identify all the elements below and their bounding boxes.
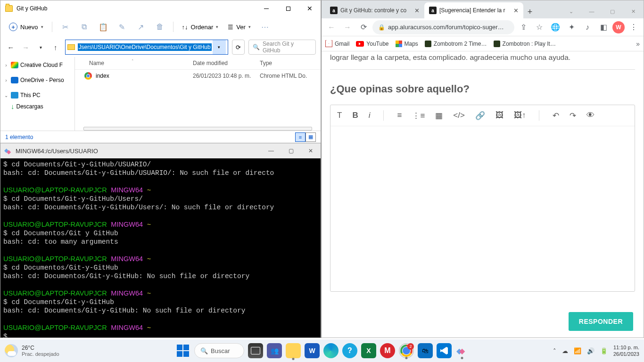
profile-avatar[interactable]: W — [612, 21, 625, 33]
nav-back-button[interactable]: ← — [5, 41, 17, 54]
terminal-titlebar[interactable]: MINGW64:/c/Users/USUARIO — ▢ ✕ — [0, 143, 321, 158]
terminal-body[interactable]: $ cd Documents/Git-y-GitHub/USUARIO/ bas… — [0, 158, 321, 337]
close-button[interactable]: ✕ — [301, 143, 321, 158]
column-headers[interactable]: Name˄ Date modified Type — [75, 57, 321, 70]
file-explorer-app[interactable] — [286, 343, 301, 358]
rename-button[interactable]: ✎ — [114, 19, 131, 34]
editor-textarea[interactable] — [330, 126, 635, 291]
minimize-button[interactable]: — — [581, 4, 602, 18]
bookmarks-overflow-button[interactable]: » — [636, 40, 640, 48]
excel-app[interactable] — [361, 343, 376, 358]
details-view-button[interactable]: ≡ — [295, 132, 305, 142]
view-button[interactable]: ☰ Ver ▾ — [224, 22, 255, 33]
text-style-button[interactable]: T — [337, 111, 342, 120]
battery-icon[interactable]: 🔋 — [600, 347, 608, 354]
clock[interactable]: 11:10 p. m. 26/01/2023 — [613, 344, 639, 357]
vscode-app[interactable] — [437, 343, 452, 358]
tiles-view-button[interactable]: ▦ — [305, 132, 316, 142]
extensions-button[interactable]: ✦ — [564, 20, 578, 34]
redo-button[interactable]: ↷ — [570, 111, 576, 121]
nav-back-button[interactable]: ← — [324, 20, 339, 34]
nav-history-button[interactable]: ▾ — [35, 41, 46, 54]
undo-button[interactable]: ↶ — [553, 111, 559, 121]
preview-button[interactable]: 👁 — [586, 111, 594, 120]
link-button[interactable]: 🔗 — [475, 111, 485, 121]
new-tab-button[interactable]: + — [523, 5, 537, 18]
col-type[interactable]: Type — [260, 60, 321, 66]
close-button[interactable]: ✕ — [299, 0, 321, 16]
wifi-icon[interactable]: 📶 — [574, 347, 581, 354]
chat-button[interactable] — [267, 343, 282, 358]
code-button[interactable]: </> — [453, 111, 465, 120]
menu-button[interactable]: ⋮ — [627, 20, 641, 34]
tree-item-downloads[interactable]: ↓Descargas — [0, 100, 74, 112]
side-panel-button[interactable]: ◧ — [596, 20, 611, 34]
maximize-button[interactable] — [277, 0, 299, 16]
bookmark-gmail[interactable]: Gmail — [325, 40, 349, 47]
bullet-list-button[interactable]: ≡ — [397, 111, 402, 120]
taskbar-search[interactable]: 🔍Buscar — [194, 343, 244, 358]
bookmark-maps[interactable]: Maps — [396, 41, 418, 47]
bookmark-youtube[interactable]: YouTube — [356, 41, 388, 47]
table-button[interactable]: ▦ — [435, 111, 443, 121]
browser-tab[interactable]: a Git y GitHub: controle y co ✕ — [325, 2, 424, 18]
file-row[interactable]: index 26/01/2023 10:48 p. m. Chrome HTML… — [75, 70, 321, 82]
tab-search-button[interactable]: ⌄ — [561, 4, 581, 18]
explorer-titlebar[interactable]: Git y GitHub ✕ — [0, 0, 321, 16]
respond-button[interactable]: RESPONDER — [569, 312, 633, 331]
weather-widget[interactable]: 26°C Prac. despejado — [5, 344, 59, 357]
tree-item-creative-cloud[interactable]: ›Creative Cloud F — [0, 60, 74, 70]
nav-forward-button[interactable]: → — [340, 20, 355, 34]
maximize-button[interactable]: ▢ — [602, 4, 623, 18]
close-button[interactable]: ✕ — [623, 4, 644, 18]
minimize-button[interactable]: — — [261, 143, 281, 158]
image-button[interactable]: 🖼 — [495, 111, 504, 120]
paste-button[interactable]: 📋 — [95, 19, 112, 34]
new-button[interactable]: + Nuevo ▾ — [5, 21, 47, 33]
nav-up-button[interactable]: ↑ — [50, 41, 61, 54]
browser-tab-active[interactable]: a [Sugerencia] Entender la r ✕ — [424, 2, 523, 18]
share-button[interactable]: ↗ — [132, 19, 149, 34]
tab-close-button[interactable]: ✕ — [414, 7, 420, 14]
upload-image-button[interactable]: 🖼↑ — [514, 111, 526, 120]
italic-button[interactable]: i — [369, 111, 371, 120]
git-bash-app[interactable] — [455, 344, 469, 357]
onedrive-tray-icon[interactable]: ☁ — [562, 347, 568, 354]
refresh-button[interactable]: ⟳ — [232, 40, 245, 55]
reload-button[interactable]: ⟳ — [356, 20, 371, 34]
tree-item-this-pc[interactable]: ⌄This PC — [0, 90, 74, 100]
horizontal-scrollbar[interactable] — [83, 127, 312, 131]
task-view-button[interactable] — [248, 343, 263, 358]
minimize-button[interactable] — [256, 0, 277, 16]
sort-button[interactable]: ↑↓ Ordenar ▾ — [178, 22, 223, 33]
tree-item-onedrive[interactable]: ›OneDrive - Perso — [0, 75, 74, 85]
bookmark-button[interactable]: ☆ — [532, 20, 546, 34]
col-date[interactable]: Date modified — [193, 60, 260, 66]
more-button[interactable]: ⋯ — [256, 19, 273, 34]
mega-app[interactable] — [380, 343, 395, 358]
cut-button[interactable]: ✂ — [57, 19, 74, 34]
maximize-button[interactable]: ▢ — [281, 143, 301, 158]
store-app[interactable] — [418, 343, 433, 358]
search-input[interactable]: 🔍 Search Git y GitHub — [248, 40, 316, 55]
bookmark-zombotrom[interactable]: Zombotrom 2 Time… — [425, 41, 487, 47]
url-bar[interactable]: 🔒 app.aluracursos.com/forum/topico-suger… — [372, 20, 514, 34]
word-app[interactable] — [305, 343, 320, 358]
address-text[interactable]: Jsers\USUARIO\OneDrive\Documentos\Git y … — [78, 43, 212, 51]
help-app[interactable] — [342, 343, 357, 358]
tab-close-button[interactable]: ✕ — [513, 7, 519, 14]
address-bar[interactable]: Jsers\USUARIO\OneDrive\Documentos\Git y … — [65, 40, 228, 55]
translate-button[interactable]: 🌐 — [548, 20, 562, 34]
col-name[interactable]: Name — [89, 60, 104, 66]
chrome-app[interactable]: 2 — [399, 343, 414, 358]
bookmark-zombotron[interactable]: Zombotron : Play It… — [494, 41, 556, 47]
bold-button[interactable]: B — [352, 111, 358, 120]
share-button[interactable]: ⇪ — [516, 20, 530, 34]
delete-button[interactable]: 🗑 — [151, 19, 168, 34]
numbered-list-button[interactable]: ⋮≡ — [412, 111, 425, 121]
start-button[interactable] — [175, 343, 190, 358]
address-dropdown-button[interactable]: ▾ — [213, 40, 226, 54]
reading-list-button[interactable]: ♪ — [580, 20, 594, 34]
copy-button[interactable]: ⧉ — [76, 19, 93, 34]
nav-forward-button[interactable]: → — [20, 41, 32, 54]
